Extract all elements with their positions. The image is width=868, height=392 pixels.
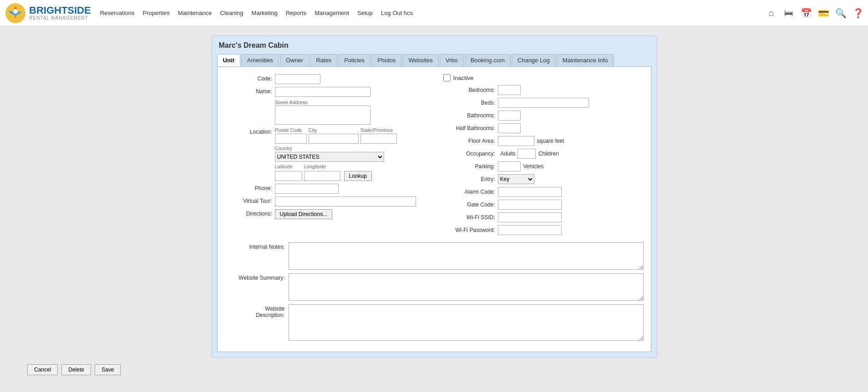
phone-row: Phone:: [225, 184, 430, 194]
website-description-row: Website Description:: [225, 304, 644, 341]
entry-row: Entry: Key Keypad Lockbox Smart Lock: [439, 174, 644, 184]
nav-marketing[interactable]: Marketing: [252, 10, 278, 16]
beds-input[interactable]: [498, 98, 589, 108]
tab-policies[interactable]: Policies: [338, 54, 371, 66]
virtual-tour-label: Virtual Tour:: [225, 196, 275, 204]
tab-booking-com[interactable]: Booking.com: [465, 54, 511, 66]
save-button[interactable]: Save: [95, 364, 121, 375]
nav-setup[interactable]: Setup: [357, 10, 373, 16]
street-address-input[interactable]: [275, 106, 371, 125]
alarm-code-input[interactable]: [498, 187, 562, 197]
code-input[interactable]: [275, 74, 320, 84]
search-icon[interactable]: 🔍: [835, 8, 846, 19]
location-fields: Postal Code City State/Province: [275, 127, 397, 181]
half-bathrooms-row: Half Bathrooms:: [439, 123, 644, 133]
tab-websites[interactable]: Websites: [402, 54, 438, 66]
tab-unit[interactable]: Unit: [217, 54, 240, 66]
phone-input[interactable]: [275, 184, 339, 194]
location-sub-labels: Postal Code City State/Province: [275, 127, 397, 133]
help-icon[interactable]: ❓: [853, 8, 863, 19]
floor-area-input[interactable]: [498, 136, 534, 146]
bathrooms-input[interactable]: [498, 111, 521, 121]
logo-icon: [5, 2, 26, 24]
virtual-tour-row: Virtual Tour:: [225, 196, 430, 206]
bathrooms-label: Bathrooms:: [439, 112, 498, 119]
parking-input[interactable]: [498, 161, 521, 171]
left-column: Code: Name: Street Address: [225, 74, 430, 238]
alarm-code-label: Alarm Code:: [439, 189, 498, 195]
nav-maintenance[interactable]: Maintenance: [178, 10, 212, 16]
occupancy-adults-input[interactable]: [518, 149, 536, 159]
longitude-sublabel: Longitude: [304, 164, 340, 169]
parking-label: Parking:: [439, 163, 498, 170]
tabs: Unit Amenities Owner Rates Policies Phot…: [217, 54, 651, 66]
latitude-input[interactable]: [275, 171, 302, 181]
entry-select[interactable]: Key Keypad Lockbox Smart Lock: [498, 174, 534, 184]
card-icon[interactable]: 💳: [818, 8, 829, 19]
action-buttons: Cancel Delete Save: [14, 364, 854, 375]
tab-amenities[interactable]: Amenities: [241, 54, 279, 66]
nav-cleaning[interactable]: Cleaning: [220, 10, 243, 16]
tab-vrbo[interactable]: Vrbo: [440, 54, 464, 66]
svg-point-1: [13, 9, 18, 14]
logo-sub-title: RENTAL MANAGEMENT: [29, 15, 91, 20]
tab-maintenance-info[interactable]: Maintenance Info: [557, 54, 614, 66]
floor-area-row: Floor Area: square feet: [439, 136, 644, 146]
floor-area-label: Floor Area:: [439, 138, 498, 144]
tab-rates[interactable]: Rates: [310, 54, 337, 66]
nav-reservations[interactable]: Reservations: [100, 10, 135, 16]
name-input[interactable]: [275, 87, 371, 97]
wifi-password-input[interactable]: [498, 225, 562, 235]
website-summary-row: Website Summary:: [225, 273, 644, 301]
longitude-input[interactable]: [304, 171, 340, 181]
bed-icon[interactable]: 🛏: [783, 8, 794, 19]
postal-code-sublabel: Postal Code: [275, 127, 307, 133]
phone-label: Phone:: [225, 184, 275, 191]
bedrooms-input[interactable]: [498, 85, 521, 95]
website-summary-textarea[interactable]: [289, 273, 644, 301]
wifi-ssid-input[interactable]: [498, 212, 562, 222]
tab-owner[interactable]: Owner: [280, 54, 309, 66]
adults-label: Adults: [501, 151, 516, 157]
country-select[interactable]: UNITED STATES: [275, 152, 384, 162]
nav-logout[interactable]: Log Out hcs: [381, 10, 413, 16]
street-address-label: [225, 100, 275, 101]
latitude-sublabel: Latitude: [275, 164, 302, 169]
beds-row: Beds:: [439, 98, 644, 108]
nav-management[interactable]: Management: [315, 10, 349, 16]
delete-button[interactable]: Delete: [61, 364, 91, 375]
state-input[interactable]: [360, 134, 397, 144]
website-description-textarea[interactable]: [289, 304, 644, 341]
home-icon[interactable]: ⌂: [766, 8, 777, 19]
entry-label: Entry:: [439, 176, 498, 182]
logo-text: BRIGHTSIDE RENTAL MANAGEMENT: [29, 5, 91, 20]
lookup-button[interactable]: Lookup: [344, 171, 372, 181]
virtual-tour-input[interactable]: [275, 196, 416, 206]
inactive-checkbox[interactable]: [443, 74, 451, 81]
alarm-code-row: Alarm Code:: [439, 187, 644, 197]
bedrooms-row: Bedrooms:: [439, 85, 644, 95]
wifi-password-label: Wi-Fi Password:: [439, 227, 498, 233]
beds-label: Beds:: [439, 100, 498, 106]
nav-properties[interactable]: Properties: [143, 10, 170, 16]
vehicles-label: Vehicles: [523, 163, 544, 170]
wifi-password-row: Wi-Fi Password:: [439, 225, 644, 235]
city-sublabel: City: [309, 127, 359, 133]
right-column: Inactive Bedrooms: Beds: Bathrooms:: [439, 74, 644, 238]
children-label: Children: [538, 151, 559, 157]
latlon-area: Lookup: [275, 171, 397, 181]
parking-row: Parking: Vehicles: [439, 161, 644, 171]
tab-change-log[interactable]: Change Log: [512, 54, 556, 66]
cancel-button[interactable]: Cancel: [27, 364, 58, 375]
half-bathrooms-label: Half Bathrooms:: [439, 125, 498, 131]
internal-notes-textarea[interactable]: [289, 242, 644, 270]
tab-photos[interactable]: Photos: [371, 54, 401, 66]
upload-directions-button[interactable]: Upload Directions...: [275, 209, 333, 219]
nav-reports[interactable]: Reports: [286, 10, 307, 16]
calendar-icon[interactable]: 📅: [801, 8, 812, 19]
city-input[interactable]: [309, 134, 359, 144]
half-bath-input[interactable]: [498, 123, 521, 133]
postal-code-input[interactable]: [275, 134, 307, 144]
gate-code-input[interactable]: [498, 200, 562, 210]
nav-links: Reservations Properties Maintenance Clea…: [100, 10, 766, 16]
